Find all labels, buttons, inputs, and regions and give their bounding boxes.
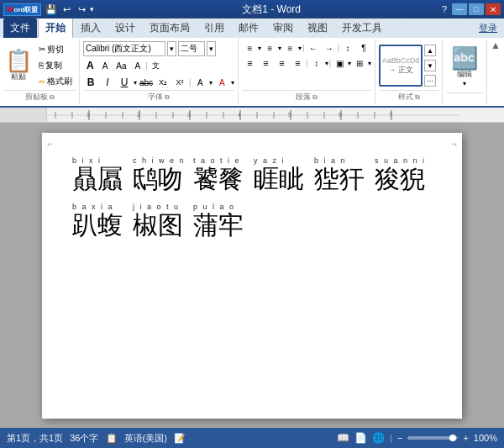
redo-quick-btn[interactable]: ↪ [75,3,88,16]
print-view-btn[interactable]: 📄 [354,432,367,444]
char-cell: b i x i 贔屭 [72,156,129,192]
border-dropdown[interactable]: ▾ [368,60,371,67]
line-spacing-btn[interactable]: ↕ [309,56,324,70]
view-controls: 📖 📄 🌐 | − + 100% [337,432,497,444]
font-shrink-btn[interactable]: A [99,60,112,72]
save-quick-btn[interactable]: 💾 [45,3,58,16]
char-cell: s u a n n i 狻猊 [375,156,432,192]
subscript-btn[interactable]: X₂ [155,75,171,90]
language[interactable]: 英语(美国) [124,432,167,445]
line-spacing-dropdown[interactable]: ▾ [325,60,328,67]
zoom-slider[interactable] [407,436,458,440]
editing-group: 🔤 编辑 ▾ [443,40,487,104]
page-info: 第1页，共1页 [7,432,63,445]
bullet-list-btn[interactable]: ≡ [242,41,257,55]
shading-btn[interactable]: ▣ [332,56,347,70]
paragraph-expand-icon[interactable]: ⧉ [312,93,318,102]
styles-scroll-down[interactable]: ▼ [424,60,436,71]
tab-design[interactable]: 设计 [108,18,142,38]
window-title: 文档1 - Word [101,3,441,17]
decrease-indent-btn[interactable]: ← [306,41,321,55]
italic-btn[interactable]: I [100,75,115,90]
font-expand-icon[interactable]: ⧉ [165,93,170,102]
login-link[interactable]: 登录 [479,22,497,38]
justify-btn[interactable]: ≡ [290,56,305,70]
tab-developer[interactable]: 开发工具 [335,18,389,38]
svg-text:6: 6 [339,112,342,118]
underline-dropdown[interactable]: ▾ [134,79,137,87]
collapse-ribbon-btn[interactable]: ▲ [491,40,501,51]
tab-file[interactable]: 文件 [3,18,37,38]
tab-mailings[interactable]: 邮件 [232,18,265,38]
increase-indent-btn[interactable]: → [322,41,337,55]
highlight-dropdown[interactable]: ▾ [209,79,213,87]
tab-insert[interactable]: 插入 [74,18,108,38]
font-grow-btn[interactable]: A [83,58,97,73]
change-case-btn[interactable]: Aa [113,60,129,72]
clipboard-expand-icon[interactable]: ⧉ [50,93,55,102]
align-right-btn[interactable]: ≡ [274,56,289,70]
styles-scroll-up[interactable]: ▲ [424,45,436,56]
show-marks-btn[interactable]: ¶ [356,41,371,55]
zoom-in-btn[interactable]: + [463,433,468,443]
clear-format-btn[interactable]: A [132,60,144,72]
font-size-dropdown[interactable]: ▾ [207,41,216,56]
close-btn[interactable]: ✕ [486,3,501,15]
page[interactable]: ⌐ ⌐ b i x i 贔屭 c h i w e n 鸱吻 t a o t i … [42,133,462,419]
zoom-out-btn[interactable]: − [397,433,402,443]
underline-btn[interactable]: U [117,75,132,90]
svg-text:1: 1 [87,112,90,118]
styles-normal[interactable]: AaBbCcDd → 正文 [379,45,423,87]
min-btn[interactable]: — [452,3,467,15]
num-list-btn[interactable]: ≡ [262,41,277,55]
shading-dropdown[interactable]: ▾ [348,60,351,67]
tab-layout[interactable]: 页面布局 [143,18,197,38]
paragraph-group: ≡ ▾ ≡ ▾ ≡ ▾ | ← → | ↕ ¶ ≡ ≡ ≡ [239,40,375,104]
sort-btn[interactable]: ↕ [340,41,355,55]
svg-text:5: 5 [288,112,291,118]
font-group-label: 字体 [148,92,163,103]
proofing-icon[interactable]: 📋 [106,433,118,444]
tab-references[interactable]: 引用 [197,18,231,38]
web-view-btn[interactable]: 🌐 [372,432,385,444]
bold-btn[interactable]: B [83,75,98,90]
bullet-dropdown[interactable]: ▾ [258,45,261,52]
font-size-input[interactable] [178,41,205,56]
font-color-dropdown[interactable]: ▾ [231,79,234,87]
undo-quick-btn[interactable]: ↩ [60,3,73,16]
tab-view[interactable]: 视图 [301,18,334,38]
font-color-btn[interactable]: A [214,75,229,90]
read-view-btn[interactable]: 📖 [337,432,349,444]
multilevel-dropdown[interactable]: ▾ [298,45,302,52]
editing-big-btn[interactable]: 🔤 编辑 ▾ [446,44,483,91]
word-logo: Word联盟 [3,3,41,16]
highlight-btn[interactable]: A [192,75,207,90]
paste-label: 粘贴 [11,71,26,82]
align-center-btn[interactable]: ≡ [258,56,273,70]
svg-text:4: 4 [238,112,241,118]
cut-button[interactable]: ✂剪切 [35,42,76,57]
tab-review[interactable]: 审阅 [266,18,300,38]
styles-more[interactable]: ⋯ [424,75,436,87]
superscript-btn[interactable]: X² [172,75,187,90]
format-painter-button[interactable]: ✏格式刷 [35,74,76,89]
pinyin-btn[interactable]: 文 [150,59,162,73]
document-area: ⌐ ⌐ b i x i 贔屭 c h i w e n 鸱吻 t a o t i … [0,123,504,429]
styles-expand-icon[interactable]: ⧉ [415,93,420,102]
tab-home[interactable]: 开始 [38,18,73,38]
border-btn[interactable]: ⊞ [352,56,367,70]
quick-access-dropdown[interactable]: ▾ [90,5,94,13]
max-btn[interactable]: □ [469,3,484,15]
insert-icon[interactable]: 📝 [174,433,186,444]
strikethrough-btn[interactable]: abc [139,75,154,90]
font-name-input[interactable] [83,41,165,56]
paste-button[interactable]: 📋 粘贴 [3,41,34,90]
multilevel-btn[interactable]: ≡ [282,41,297,55]
char-cell: c h i w e n 鸱吻 [133,156,190,192]
help-btn[interactable]: ? [442,4,447,14]
clipboard-label: 剪贴板 [25,92,48,103]
copy-button[interactable]: ⎘复制 [35,58,76,73]
align-left-btn[interactable]: ≡ [242,56,257,70]
font-name-dropdown[interactable]: ▾ [167,41,176,56]
num-dropdown[interactable]: ▾ [278,45,281,52]
